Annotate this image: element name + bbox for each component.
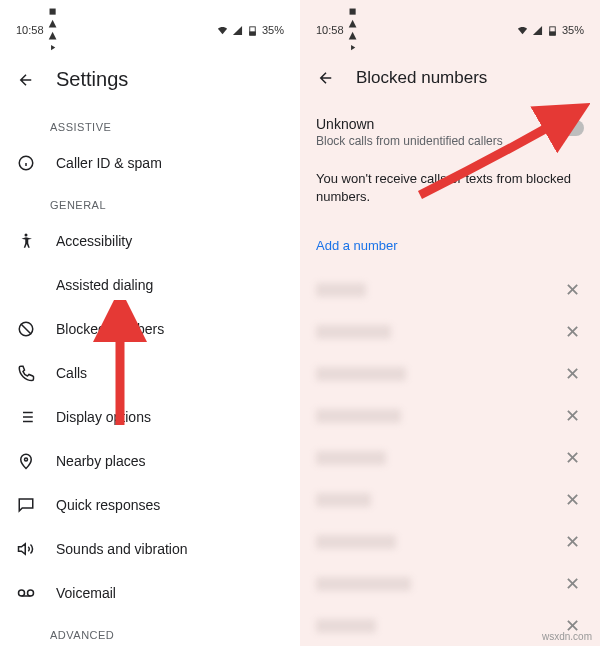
remove-icon[interactable]: ✕ [561,443,584,473]
blocked-item: ✕ [308,437,592,479]
redacted-number [316,619,376,633]
blocked-item: ✕ [308,563,592,605]
row-label: Calls [56,365,87,381]
row-quick-responses[interactable]: Quick responses [0,483,300,527]
row-caller-id-spam[interactable]: Caller ID & spam [0,141,300,185]
page-title: Blocked numbers [356,68,487,88]
row-voicemail[interactable]: Voicemail [0,571,300,615]
battery-percent: 35% [262,24,284,36]
remove-icon[interactable]: ✕ [561,275,584,305]
chat-icon [16,495,36,515]
row-sounds-vibration[interactable]: Sounds and vibration [0,527,300,571]
row-accessibility[interactable]: Accessibility [0,219,300,263]
svg-rect-0 [49,8,55,14]
row-assisted-dialing[interactable]: Assisted dialing [0,263,300,307]
list-icon [16,407,36,427]
row-display-options[interactable]: Display options [0,395,300,439]
toggle-switch[interactable] [554,120,584,136]
watermark: wsxdn.com [542,631,592,642]
row-label: Blocked numbers [56,321,164,337]
battery-percent: 35% [562,24,584,36]
row-label: Display options [56,409,151,425]
signal-icon [532,25,543,36]
remove-icon[interactable]: ✕ [561,569,584,599]
blocked-list: ✕ ✕ ✕ ✕ ✕ ✕ ✕ ✕ [300,269,600,646]
status-time: 10:58 [16,24,44,36]
info-text: You won't receive calls or texts from bl… [300,154,600,222]
accessibility-icon [16,231,36,251]
wifi-icon [217,25,228,36]
battery-icon [247,25,258,36]
svg-rect-2 [250,31,256,34]
blocked-item: ✕ [308,521,592,563]
voicemail-icon [16,583,36,603]
speaker-icon [16,539,36,559]
unknown-toggle-row[interactable]: Unknown Block calls from unidentified ca… [300,104,600,154]
row-blocked-numbers[interactable]: Blocked numbers [0,307,300,351]
status-time: 10:58 [316,24,344,36]
remove-icon[interactable]: ✕ [561,485,584,515]
redacted-number [316,577,411,591]
wifi-icon [517,25,528,36]
row-label: Quick responses [56,497,160,513]
svg-point-6 [25,458,28,461]
row-label: Caller ID & spam [56,155,162,171]
remove-icon[interactable]: ✕ [561,527,584,557]
unknown-subtitle: Block calls from unidentified callers [316,134,503,148]
status-bar: 10:58 35% [300,0,600,56]
blocked-item: ✕ [308,269,592,311]
row-calls[interactable]: Calls [0,351,300,395]
add-number-link[interactable]: Add a number [300,222,600,269]
redacted-number [316,409,401,423]
row-label: Voicemail [56,585,116,601]
svg-point-7 [19,590,25,596]
phone-icon [16,363,36,383]
blocked-item: ✕ [308,395,592,437]
blocked-item: ✕ [308,353,592,395]
redacted-number [316,367,406,381]
row-label: Sounds and vibration [56,541,188,557]
remove-icon[interactable]: ✕ [561,401,584,431]
back-arrow-icon[interactable] [16,70,36,90]
remove-icon[interactable]: ✕ [561,317,584,347]
blocked-item: ✕ [308,479,592,521]
battery-icon [547,25,558,36]
svg-rect-10 [349,8,355,14]
location-icon [16,451,36,471]
header: Settings [0,56,300,107]
back-arrow-icon[interactable] [316,68,336,88]
page-title: Settings [56,68,128,91]
notif-icons [48,6,57,54]
section-general: GENERAL [0,185,300,219]
info-icon [16,153,36,173]
svg-rect-12 [550,31,556,34]
notif-icons [348,6,357,54]
row-nearby-places[interactable]: Nearby places [0,439,300,483]
section-assistive: ASSISTIVE [0,107,300,141]
redacted-number [316,493,371,507]
block-icon [16,319,36,339]
redacted-number [316,325,391,339]
redacted-number [316,451,386,465]
blocked-item: ✕ [308,311,592,353]
svg-point-4 [25,234,28,237]
row-label: Nearby places [56,453,146,469]
unknown-title: Unknown [316,116,503,132]
redacted-number [316,283,366,297]
row-label: Assisted dialing [56,277,153,293]
section-advanced: ADVANCED [0,615,300,646]
remove-icon[interactable]: ✕ [561,359,584,389]
signal-icon [232,25,243,36]
svg-point-8 [28,590,34,596]
status-bar: 10:58 35% [0,0,300,56]
row-label: Accessibility [56,233,132,249]
redacted-number [316,535,396,549]
header: Blocked numbers [300,56,600,104]
